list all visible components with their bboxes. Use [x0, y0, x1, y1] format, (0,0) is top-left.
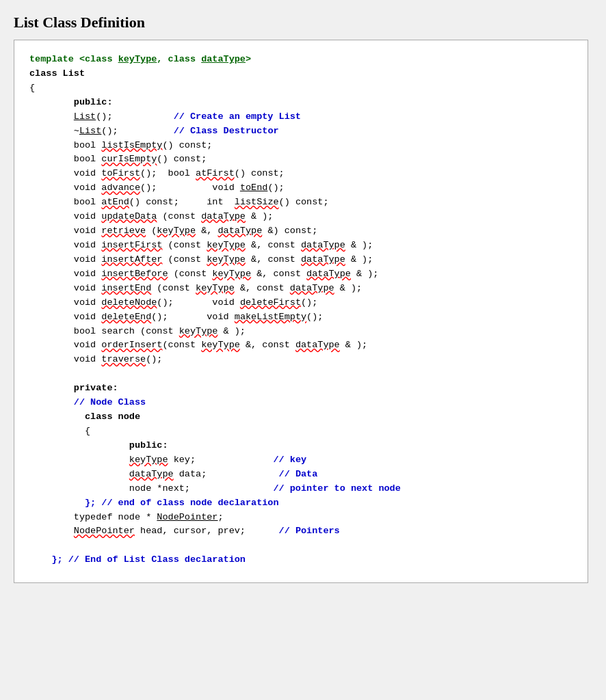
- curIsEmpty-line: bool curIsEmpty() const;: [29, 152, 572, 167]
- public-label: public:: [29, 96, 572, 110]
- end-node-line: }; // end of class node declaration: [29, 496, 572, 511]
- class-list-line: class List: [29, 67, 572, 81]
- template-line: template <class keyType, class dataType>: [29, 53, 572, 67]
- end-list-line: }; // End of List Class declaration: [29, 553, 572, 567]
- typedef-line: typedef node * NodePointer;: [29, 511, 572, 525]
- class-node-line: class node: [29, 410, 572, 425]
- list-constructor-line: List(); // Create an empty List: [29, 110, 572, 124]
- atEnd-listSize-line: bool atEnd() const; int listSize() const…: [29, 196, 572, 210]
- insertBefore-line: void insertBefore (const keyType &, cons…: [29, 267, 572, 282]
- page-title: List Class Definition: [14, 14, 592, 31]
- key-field-line: keyType key; // key: [29, 453, 572, 468]
- insertFirst-line: void insertFirst (const keyType &, const…: [29, 239, 572, 253]
- node-class-comment: // Node Class: [29, 396, 572, 410]
- data-field-line: dataType data; // Data: [29, 468, 572, 482]
- search-line: bool search (const keyType & );: [29, 325, 572, 339]
- list-destructor-line: ~List(); // Class Destructor: [29, 124, 572, 139]
- open-brace: {: [29, 81, 572, 96]
- next-field-line: node *next; // pointer to next node: [29, 482, 572, 496]
- listIsEmpty-line: bool listIsEmpty() const;: [29, 139, 572, 153]
- updateData-line: void updateData (const dataType & );: [29, 210, 572, 224]
- retrieve-line: void retrieve (keyType &, dataType &) co…: [29, 224, 572, 239]
- traverse-line: void traverse();: [29, 353, 572, 367]
- open-brace2: {: [29, 425, 572, 439]
- private-label: private:: [29, 381, 572, 396]
- advance-toEnd-line: void advance(); void toEnd();: [29, 181, 572, 196]
- toFirst-atFirst-line: void toFirst(); bool atFirst() const;: [29, 167, 572, 181]
- deleteNode-deleteFirst-line: void deleteNode(); void deleteFirst();: [29, 296, 572, 310]
- public2-label: public:: [29, 439, 572, 453]
- insertEnd-line: void insertEnd (const keyType &, const d…: [29, 282, 572, 296]
- code-box: template <class keyType, class dataType>…: [14, 40, 588, 583]
- deleteEnd-makeListEmpty-line: void deleteEnd(); void makeListEmpty();: [29, 310, 572, 325]
- insertAfter-line: void insertAfter (const keyType &, const…: [29, 253, 572, 267]
- orderInsert-line: void orderInsert(const keyType &, const …: [29, 338, 572, 353]
- nodepointer-line: NodePointer head, cursor, prev; // Point…: [29, 524, 572, 539]
